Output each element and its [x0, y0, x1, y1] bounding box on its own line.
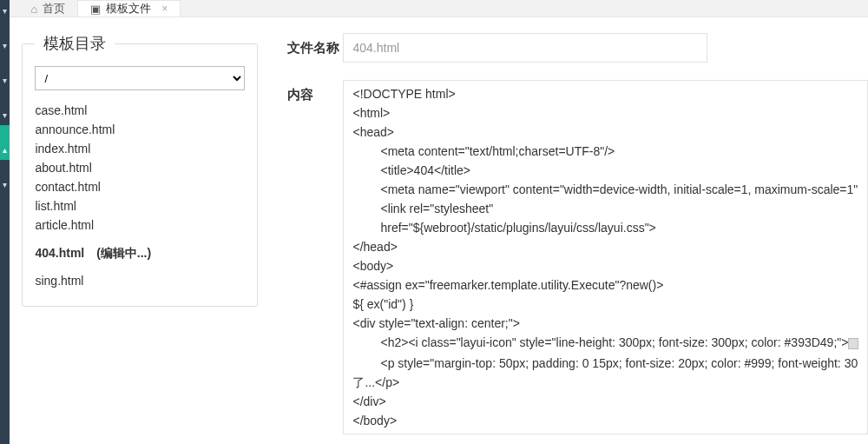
list-item[interactable]: index.html	[35, 139, 245, 158]
code-line: </body>	[352, 411, 858, 430]
rail-item-active[interactable]	[0, 125, 10, 160]
template-dir-panel: 模板目录 / case.html announce.html index.htm…	[22, 33, 258, 307]
code-line: <link rel="stylesheet"	[352, 199, 858, 218]
code-line: <p style="margin-top: 50px; padding: 0 1…	[352, 354, 858, 373]
editing-tag: (编辑中...)	[96, 246, 151, 260]
list-item[interactable]: list.html	[35, 196, 245, 215]
content-editor[interactable]: <!DOCTYPE html> <html> <head> <meta cont…	[343, 80, 868, 434]
templates-icon: ▣	[90, 3, 101, 16]
list-item[interactable]: sing.html	[35, 271, 245, 290]
home-icon: ⌂	[30, 3, 37, 16]
code-line: <h2><i class="layui-icon" style="line-he…	[352, 333, 858, 354]
code-line: <#assign ex="freemarker.template.utility…	[352, 275, 858, 295]
left-rail	[0, 0, 10, 444]
code-line: <title>404</title>	[352, 161, 858, 180]
file-list: case.html announce.html index.html about…	[35, 101, 245, 290]
code-line: href="${webroot}/static/plugins/layui/cs…	[352, 218, 858, 237]
directory-select[interactable]: /	[35, 66, 245, 90]
tab-templates-label: 模板文件	[106, 1, 151, 17]
template-dir-legend: 模板目录	[35, 33, 115, 54]
code-line: <head>	[352, 123, 858, 142]
list-separator	[35, 262, 245, 271]
code-line: <body>	[352, 256, 858, 275]
list-item[interactable]: contact.html	[35, 177, 245, 196]
close-icon[interactable]: ×	[161, 3, 168, 15]
tab-home-label: 首页	[43, 1, 65, 17]
list-item[interactable]: about.html	[35, 158, 245, 177]
rail-item-1[interactable]	[0, 21, 10, 56]
rail-item-2[interactable]	[0, 56, 10, 90]
filename-input[interactable]	[343, 33, 707, 63]
code-line: <html>	[352, 103, 858, 123]
tab-home[interactable]: ⌂ 首页	[18, 0, 77, 17]
list-item[interactable]: announce.html	[35, 120, 245, 139]
list-item[interactable]: article.html	[35, 215, 245, 235]
rail-spacer	[0, 195, 10, 444]
tab-bar: ⌂ 首页 ▣ 模板文件 ×	[10, 0, 868, 17]
code-line: <div style="text-align: center;">	[352, 314, 858, 333]
rail-item-3[interactable]	[0, 90, 10, 125]
code-line: 了...</p>	[352, 373, 858, 392]
code-line: </head>	[352, 237, 858, 256]
list-item-current[interactable]: 404.html (编辑中...)	[35, 243, 245, 262]
rail-item-5[interactable]	[0, 160, 10, 195]
glyph-placeholder-icon	[848, 338, 858, 349]
current-file-name: 404.html	[35, 246, 84, 260]
content-label: 内容	[287, 80, 343, 103]
code-line: <meta content="text/html;charset=UTF-8"/…	[352, 142, 858, 161]
code-line: <meta name="viewport" content="width=dev…	[352, 180, 858, 199]
tab-templates[interactable]: ▣ 模板文件 ×	[77, 0, 181, 17]
code-line: <!DOCTYPE html>	[352, 84, 858, 103]
list-separator	[35, 235, 245, 243]
code-line: </div>	[352, 392, 858, 411]
list-item[interactable]: case.html	[35, 101, 245, 120]
rail-toggle[interactable]	[0, 0, 10, 21]
code-line: ${ ex("id") }	[352, 295, 858, 314]
filename-label: 文件名称	[287, 33, 343, 56]
